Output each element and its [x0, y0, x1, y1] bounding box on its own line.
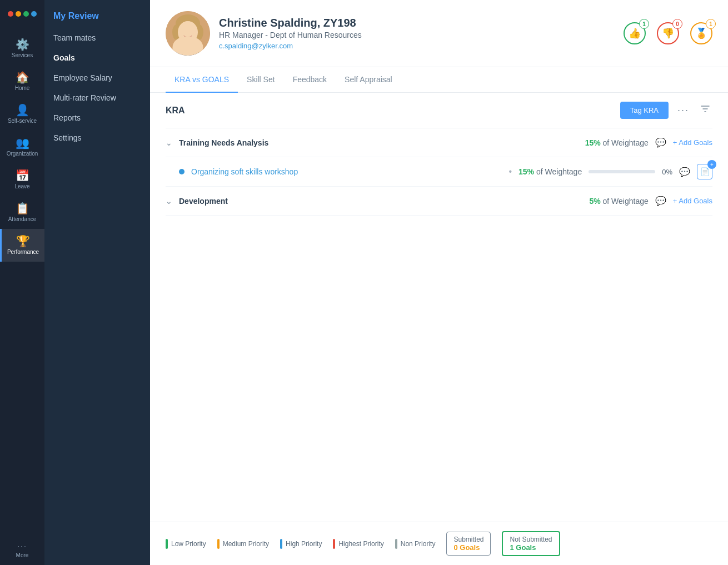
app-logo [3, 7, 41, 21]
goal-copy-button-workshop[interactable]: 📄 + [697, 164, 712, 179]
legend-non-priority: Non Priority [395, 539, 436, 549]
self-service-label: Self-service [8, 118, 37, 124]
legend-bar-non [395, 539, 397, 549]
goal-separator: • [508, 167, 512, 177]
nav-attendance[interactable]: 📋 Attendance [0, 196, 44, 229]
badge-thumbs-up: 👍 1 [624, 22, 646, 44]
avatar [166, 11, 210, 56]
tabs: KRA vs GOALS Skill Set Feedback Self App… [150, 67, 728, 93]
profile-email[interactable]: c.spalding@zylker.com [219, 42, 615, 50]
development-comment-icon[interactable]: 💬 [655, 196, 666, 206]
logo-dot-green [23, 11, 29, 17]
filter-button[interactable] [698, 102, 712, 119]
goal-name-workshop[interactable]: Organizing soft skills workshop [191, 167, 502, 176]
goal-workshop-weightage-pct: 15% [518, 167, 534, 176]
legend-label-medium: Medium Priority [223, 540, 269, 548]
legend-label-high: High Priority [286, 540, 322, 548]
goal-row-workshop: Organizing soft skills workshop • 15% of… [166, 157, 712, 187]
thumbs-down-icon: 👎 0 [657, 22, 679, 44]
secondary-nav-employee-salary[interactable]: Employee Salary [44, 68, 150, 88]
legend-bar-highest [333, 539, 335, 549]
tag-kra-button[interactable]: Tag KRA [620, 102, 669, 119]
tab-feedback[interactable]: Feedback [284, 67, 336, 93]
main-content: Christine Spalding, ZY198 HR Manager - D… [150, 0, 728, 565]
home-label: Home [15, 85, 30, 91]
secondary-nav-multirater[interactable]: Multi-rater Review [44, 88, 150, 108]
secondary-nav-settings[interactable]: Settings [44, 128, 150, 148]
nav-home[interactable]: 🏠 Home [0, 65, 44, 98]
attendance-icon: 📋 [16, 203, 29, 214]
self-service-icon: 👤 [16, 104, 29, 116]
svg-point-5 [183, 28, 186, 32]
legend-label-low: Low Priority [171, 540, 206, 548]
legend-submitted-label: Submitted [453, 536, 483, 543]
legend-bar-low [166, 539, 168, 549]
svg-point-7 [176, 46, 200, 56]
attendance-label: Attendance [8, 216, 37, 222]
chevron-development-icon[interactable]: ⌄ [166, 197, 172, 206]
legend-highest-priority: Highest Priority [333, 539, 383, 549]
kra-development-weightage: 5% of Weightage [589, 197, 648, 206]
profile-role: HR Manager - Dept of Human Resources [219, 31, 615, 39]
nav-organization[interactable]: 👥 Organization [0, 131, 44, 163]
training-comment-icon[interactable]: 💬 [655, 137, 666, 148]
kra-development-weightage-text: of Weightage [603, 197, 649, 206]
legend-footer: Low Priority Medium Priority High Priori… [150, 522, 728, 565]
nav-leave[interactable]: 📅 Leave [0, 163, 44, 196]
more-icon: ··· [17, 542, 27, 550]
profile-name: Christine Spalding, ZY198 [219, 17, 615, 29]
chevron-training-icon[interactable]: ⌄ [166, 138, 172, 147]
more-options-button[interactable]: ··· [673, 102, 694, 118]
badge-award: 🏅 1 [690, 22, 712, 44]
kra-row-development: ⌄ Development 5% of Weightage 💬 + Add Go… [166, 187, 712, 216]
nav-more[interactable]: ··· More [0, 536, 44, 565]
tab-skill-set[interactable]: Skill Set [238, 67, 284, 93]
legend-label-non: Non Priority [401, 540, 436, 548]
icon-nav: ⚙️ Services 🏠 Home 👤 Self-service 👥 Orga… [0, 0, 44, 565]
logo-dot-yellow [16, 11, 21, 17]
svg-point-6 [191, 28, 193, 32]
kra-training-weightage: 15% of Weightage [585, 138, 649, 147]
performance-label: Performance [7, 249, 39, 255]
legend-submitted-goals: 0 Goals [453, 543, 483, 552]
secondary-nav-goals[interactable]: Goals [44, 48, 150, 68]
secondary-nav-title: My Review [44, 4, 150, 28]
logo-dot-blue [31, 11, 37, 17]
kra-title: KRA [166, 106, 185, 116]
legend-label-highest: Highest Priority [338, 540, 383, 548]
goal-comment-icon-workshop[interactable]: 💬 [679, 167, 690, 177]
award-count: 1 [706, 19, 716, 29]
secondary-nav-teammates[interactable]: Team mates [44, 28, 150, 48]
goal-dot-workshop [179, 169, 185, 174]
more-label: More [16, 552, 29, 558]
goal-copy-badge: + [707, 160, 716, 169]
legend-not-submitted-goals: 1 Goals [510, 543, 552, 552]
tab-kra-vs-goals[interactable]: KRA vs GOALS [166, 67, 238, 93]
goal-workshop-weightage: 15% of Weightage [518, 167, 582, 176]
secondary-nav-reports[interactable]: Reports [44, 108, 150, 128]
training-add-goals[interactable]: + Add Goals [673, 138, 712, 147]
kra-development-weightage-pct: 5% [589, 197, 600, 206]
nav-services[interactable]: ⚙️ Services [0, 32, 44, 65]
services-icon: ⚙️ [16, 39, 29, 50]
nav-performance[interactable]: 🏆 Performance [0, 229, 44, 262]
thumbs-up-count: 1 [639, 19, 649, 29]
profile-badges: 👍 1 👎 0 🏅 1 [624, 22, 712, 44]
legend-not-submitted-label: Not Submitted [510, 536, 552, 543]
kra-actions: Tag KRA ··· [620, 102, 712, 119]
leave-label: Leave [14, 183, 29, 189]
kra-row-training-title: Training Needs Analysis [179, 138, 579, 147]
kra-row-development-title: Development [179, 197, 582, 206]
goal-workshop-weightage-text: of Weightage [536, 167, 582, 176]
legend-bar-medium [217, 539, 220, 549]
badge-thumbs-down: 👎 0 [657, 22, 679, 44]
legend-medium-priority: Medium Priority [217, 539, 269, 549]
nav-self-service[interactable]: 👤 Self-service [0, 98, 44, 131]
secondary-nav: My Review Team mates Goals Employee Sala… [44, 0, 150, 565]
profile-header: Christine Spalding, ZY198 HR Manager - D… [150, 0, 728, 67]
kra-section: KRA Tag KRA ··· ⌄ Training Needs Analysi… [150, 93, 728, 522]
development-add-goals[interactable]: + Add Goals [673, 197, 712, 205]
tab-self-appraisal[interactable]: Self Appraisal [336, 67, 401, 93]
legend-not-submitted-box: Not Submitted 1 Goals [502, 531, 560, 556]
profile-info: Christine Spalding, ZY198 HR Manager - D… [219, 17, 615, 50]
